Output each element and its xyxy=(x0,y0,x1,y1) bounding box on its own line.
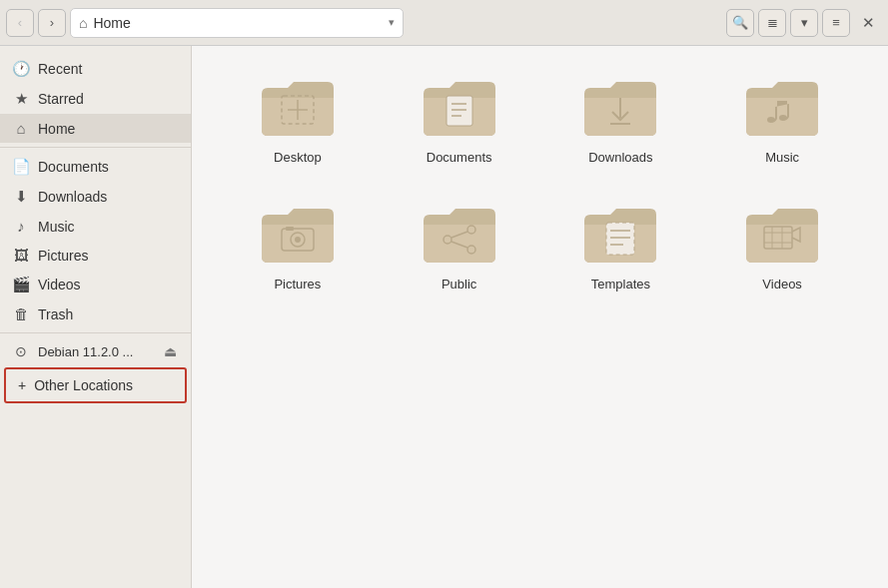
sidebar-label-home: Home xyxy=(38,121,75,137)
sidebar-label-documents: Documents xyxy=(38,159,109,175)
folder-videos[interactable]: Videos xyxy=(706,193,858,299)
titlebar-actions: 🔍 ≣ ▾ ≡ ✕ xyxy=(726,9,882,37)
file-content-area: Desktop Documents xyxy=(192,46,888,588)
folder-public-icon xyxy=(420,201,499,269)
folder-templates-label: Templates xyxy=(591,277,650,292)
sidebar-item-pictures[interactable]: 🖼 Pictures xyxy=(0,241,191,270)
trash-icon: 🗑 xyxy=(12,305,30,322)
svg-point-11 xyxy=(295,237,301,243)
sidebar-divider-2 xyxy=(0,332,191,333)
breadcrumb-arrow-icon: ▾ xyxy=(389,16,395,29)
folder-pictures[interactable]: Pictures xyxy=(222,193,374,299)
folder-downloads-icon xyxy=(580,74,660,142)
sidebar-label-trash: Trash xyxy=(38,306,73,322)
sidebar-item-other-locations[interactable]: + Other Locations xyxy=(4,367,187,403)
folder-documents-icon xyxy=(420,74,499,142)
other-locations-icon: + xyxy=(18,377,26,393)
folder-downloads-label: Downloads xyxy=(588,150,652,165)
sidebar-label-pictures: Pictures xyxy=(38,248,89,264)
disk-label: Debian 11.2.0 ... xyxy=(38,344,153,359)
view-mode-icon: ≣ xyxy=(767,15,778,30)
folder-downloads[interactable]: Downloads xyxy=(545,66,697,173)
folder-grid: Desktop Documents xyxy=(222,66,858,299)
hamburger-icon: ≡ xyxy=(832,15,840,30)
disk-icon: ⊙ xyxy=(12,343,30,359)
recent-icon: 🕐 xyxy=(12,60,30,78)
documents-icon: 📄 xyxy=(12,158,30,176)
sidebar: 🕐 Recent ★ Starred ⌂ Home 📄 Documents ⬇ … xyxy=(0,46,192,588)
forward-icon: › xyxy=(50,15,54,30)
folder-pictures-label: Pictures xyxy=(274,277,321,292)
sidebar-label-videos: Videos xyxy=(38,277,81,293)
folder-documents-label: Documents xyxy=(427,150,492,165)
folder-pictures-icon xyxy=(258,201,338,269)
search-button[interactable]: 🔍 xyxy=(726,9,754,37)
close-icon: ✕ xyxy=(862,14,875,32)
folder-documents[interactable]: Documents xyxy=(384,66,535,173)
svg-rect-18 xyxy=(606,223,634,255)
sort-icon: ▾ xyxy=(801,15,808,30)
sidebar-divider-1 xyxy=(0,147,191,148)
videos-icon: 🎬 xyxy=(12,276,30,294)
close-button[interactable]: ✕ xyxy=(854,9,882,37)
eject-button[interactable]: ⏏ xyxy=(161,343,179,359)
sidebar-label-starred: Starred xyxy=(38,91,84,107)
breadcrumb-label: Home xyxy=(93,15,130,31)
folder-videos-icon xyxy=(742,201,822,269)
folder-videos-label: Videos xyxy=(762,277,802,292)
main-layout: 🕐 Recent ★ Starred ⌂ Home 📄 Documents ⬇ … xyxy=(0,46,888,588)
view-mode-button[interactable]: ≣ xyxy=(758,9,786,37)
folder-desktop-label: Desktop xyxy=(274,150,322,165)
forward-button[interactable]: › xyxy=(38,9,66,37)
sidebar-item-disk[interactable]: ⊙ Debian 11.2.0 ... ⏏ xyxy=(0,337,191,365)
starred-icon: ★ xyxy=(12,90,30,108)
sidebar-item-documents[interactable]: 📄 Documents xyxy=(0,152,191,182)
sidebar-item-trash[interactable]: 🗑 Trash xyxy=(0,299,191,328)
folder-public[interactable]: Public xyxy=(384,193,535,299)
home-nav-icon: ⌂ xyxy=(12,120,30,137)
svg-rect-12 xyxy=(286,227,294,231)
svg-rect-3 xyxy=(446,96,472,126)
folder-music-icon xyxy=(742,74,822,142)
back-icon: ‹ xyxy=(18,15,22,30)
home-icon: ⌂ xyxy=(79,15,87,31)
sidebar-item-recent[interactable]: 🕐 Recent xyxy=(0,54,191,84)
sidebar-label-other-locations: Other Locations xyxy=(34,377,133,393)
sidebar-item-music[interactable]: ♪ Music xyxy=(0,212,191,241)
titlebar: ‹ › ⌂ Home ▾ 🔍 ≣ ▾ ≡ ✕ xyxy=(0,0,888,46)
folder-desktop[interactable]: Desktop xyxy=(222,66,374,173)
back-button[interactable]: ‹ xyxy=(6,9,34,37)
music-icon: ♪ xyxy=(12,218,30,235)
search-icon: 🔍 xyxy=(732,15,748,30)
folder-templates-icon xyxy=(580,201,660,269)
sidebar-label-downloads: Downloads xyxy=(38,189,107,205)
folder-templates[interactable]: Templates xyxy=(545,193,697,299)
sidebar-item-downloads[interactable]: ⬇ Downloads xyxy=(0,182,191,212)
sidebar-label-recent: Recent xyxy=(38,61,82,77)
folder-public-label: Public xyxy=(442,277,476,292)
downloads-icon: ⬇ xyxy=(12,188,30,206)
sort-button[interactable]: ▾ xyxy=(790,9,818,37)
breadcrumb[interactable]: ⌂ Home ▾ xyxy=(70,8,404,38)
folder-desktop-icon xyxy=(258,74,338,142)
sidebar-item-videos[interactable]: 🎬 Videos xyxy=(0,270,191,299)
sidebar-label-music: Music xyxy=(38,219,75,235)
menu-button[interactable]: ≡ xyxy=(822,9,850,37)
folder-music-label: Music xyxy=(765,150,799,165)
pictures-icon: 🖼 xyxy=(12,247,30,264)
sidebar-item-starred[interactable]: ★ Starred xyxy=(0,84,191,114)
sidebar-item-home[interactable]: ⌂ Home xyxy=(0,114,191,143)
folder-music[interactable]: Music xyxy=(706,66,858,173)
